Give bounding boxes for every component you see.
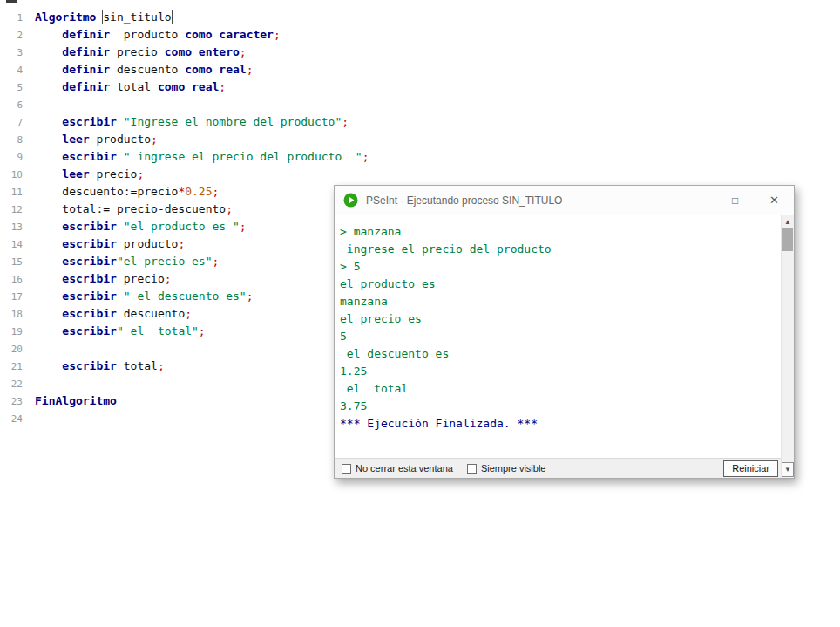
code-text: escribir producto;: [35, 237, 185, 250]
line-number: 4: [0, 62, 23, 79]
code-text: escribir "Ingrese el nombre del producto…: [35, 115, 349, 128]
code-text: definir precio como entero;: [35, 45, 247, 58]
code-line[interactable]: 8 leer producto;: [0, 131, 523, 148]
run-play-icon: [343, 193, 358, 208]
window-controls: — □ ✕: [676, 186, 794, 215]
console-line: el descuento es: [340, 345, 776, 363]
console-output[interactable]: > manzana ingrese el precio del producto…: [335, 215, 781, 458]
code-text: escribir precio;: [35, 272, 172, 285]
close-button[interactable]: ✕: [755, 186, 794, 215]
minimize-button[interactable]: —: [676, 186, 715, 215]
code-text: total:= precio-descuento;: [35, 202, 233, 215]
line-number: 13: [0, 219, 23, 236]
line-number: 9: [0, 149, 23, 167]
code-text: escribir "el producto es ";: [35, 220, 247, 233]
line-number: 10: [0, 167, 23, 184]
code-line[interactable]: 1Algoritmo sin_titulo: [0, 9, 523, 26]
line-number: 24: [0, 411, 23, 428]
line-number: 6: [0, 97, 23, 114]
code-text: escribir " ingrese el precio del product…: [35, 150, 369, 163]
code-text: escribir" el total";: [35, 324, 206, 337]
console-line: > manzana: [340, 223, 776, 241]
code-line[interactable]: 7 escribir "Ingrese el nombre del produc…: [0, 113, 523, 131]
line-number: 19: [0, 324, 23, 341]
console-line: > 5: [340, 258, 776, 276]
scroll-up-icon[interactable]: ▲: [782, 215, 794, 228]
code-text: definir total como real;: [35, 80, 226, 93]
console-scrollbar[interactable]: ▲ ▼: [781, 215, 794, 478]
line-number: 12: [0, 201, 23, 219]
line-number: 1: [0, 10, 23, 27]
code-line[interactable]: 4 definir descuento como real;: [0, 61, 523, 78]
console-line: el total: [340, 380, 776, 398]
code-text: leer producto;: [35, 133, 158, 146]
code-line[interactable]: 3 definir precio como entero;: [0, 44, 523, 61]
line-number: 23: [0, 393, 23, 411]
line-number: 2: [0, 27, 23, 44]
execution-window-titlebar[interactable]: PSeInt - Ejecutando proceso SIN_TITULO —…: [335, 186, 794, 215]
code-line[interactable]: 9 escribir " ingrese el precio del produ…: [0, 148, 523, 166]
code-text: Algoritmo sin_titulo: [35, 10, 172, 24]
code-text: escribir total;: [35, 359, 165, 372]
code-text: escribir " el descuento es";: [35, 290, 253, 303]
console-line: el precio es: [340, 310, 776, 328]
restart-button[interactable]: Reiniciar: [723, 460, 778, 477]
line-number: 20: [0, 341, 23, 358]
code-line[interactable]: 5 definir total como real;: [0, 78, 523, 96]
code-line[interactable]: 6: [0, 96, 523, 113]
no-close-checkbox-label: No cerrar esta ventana: [356, 463, 453, 474]
execution-window[interactable]: PSeInt - Ejecutando proceso SIN_TITULO —…: [334, 185, 795, 479]
code-text: escribir descuento;: [35, 307, 192, 320]
line-number: 14: [0, 236, 23, 254]
always-visible-checkbox-label: Siempre visible: [481, 463, 546, 474]
no-close-checkbox[interactable]: [342, 464, 351, 474]
line-number: 7: [0, 114, 23, 132]
line-number: 22: [0, 376, 23, 393]
line-number: 21: [0, 358, 23, 376]
code-text: leer precio;: [35, 167, 144, 181]
code-text: definir descuento como real;: [35, 63, 253, 76]
console-line: *** Ejecución Finalizada. ***: [340, 415, 776, 433]
console-line: ingrese el precio del producto: [340, 241, 776, 258]
line-number: 18: [0, 306, 23, 324]
code-line[interactable]: 2 definir producto como caracter;: [0, 26, 523, 44]
execution-window-footer: No cerrar esta ventana Siempre visible R…: [335, 458, 781, 478]
line-number: 3: [0, 44, 23, 62]
console-line: el producto es: [340, 276, 776, 293]
console-line: manzana: [340, 293, 776, 310]
code-text: descuento:=precio*0.25;: [35, 185, 219, 198]
code-text: definir producto como caracter;: [35, 28, 281, 41]
scrollbar-thumb[interactable]: [782, 228, 793, 251]
top-left-mark: [6, 0, 17, 3]
code-line[interactable]: 10 leer precio;: [0, 166, 523, 183]
console-line: 1.25: [340, 363, 776, 380]
maximize-button[interactable]: □: [715, 186, 755, 215]
line-number: 17: [0, 289, 23, 306]
line-number: 16: [0, 271, 23, 289]
code-text: escribir"el precio es";: [35, 255, 219, 268]
always-visible-checkbox[interactable]: [467, 464, 477, 474]
line-number: 8: [0, 132, 23, 149]
code-text: FinAlgoritmo: [35, 394, 117, 407]
line-number: 11: [0, 184, 23, 201]
scroll-down-icon[interactable]: ▼: [782, 462, 794, 477]
line-number: 15: [0, 254, 23, 271]
console-line: 3.75: [340, 398, 776, 415]
console-line: 5: [340, 328, 776, 345]
execution-window-title: PSeInt - Ejecutando proceso SIN_TITULO: [366, 194, 562, 207]
line-number: 5: [0, 79, 23, 97]
